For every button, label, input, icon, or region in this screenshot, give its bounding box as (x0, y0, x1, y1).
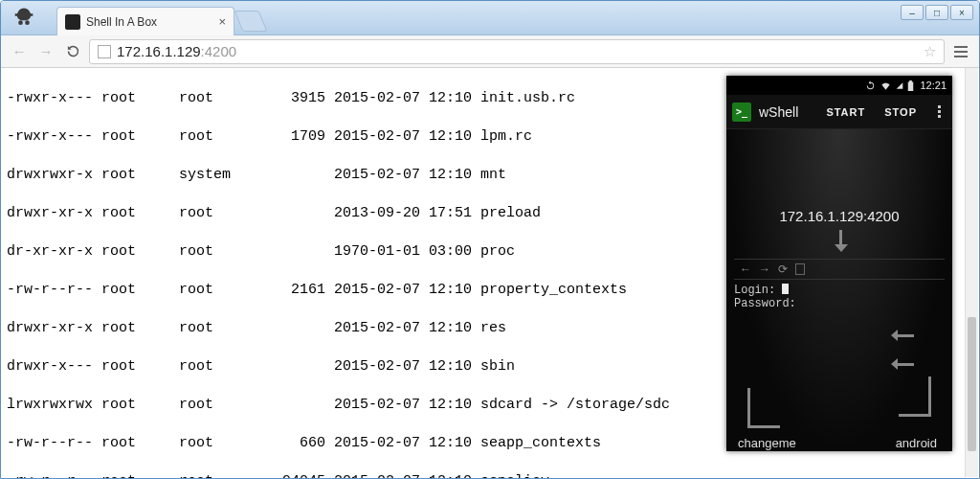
status-icons (865, 80, 914, 91)
mini-browser-toolbar: ← → ⟳ (734, 259, 945, 280)
sync-icon (865, 80, 876, 91)
url-host: 172.16.1.129 (117, 43, 201, 59)
chrome-menu-button[interactable] (950, 41, 971, 62)
android-body: 172.16.1.129:4200 ← → ⟳ Login: Password:… (726, 129, 952, 451)
arrow-left-icon (897, 363, 914, 366)
new-tab-button[interactable] (234, 11, 268, 32)
maximize-button[interactable]: □ (925, 5, 948, 20)
minimize-button[interactable]: – (901, 5, 924, 20)
page-icon (98, 45, 111, 58)
login-cursor-icon (782, 284, 789, 294)
arrow-left-icon (897, 334, 914, 337)
android-statusbar: 12:21 (726, 76, 952, 95)
browser-tab[interactable]: Shell In A Box × (56, 7, 234, 35)
username-hint: changeme (738, 436, 796, 450)
mini-reload-button[interactable]: ⟳ (778, 262, 788, 276)
tab-close-button[interactable]: × (218, 14, 226, 29)
incognito-icon (11, 5, 37, 32)
window-controls: – □ × (901, 5, 973, 20)
browser-window: Shell In A Box × – □ × ← → 172.16.1.129:… (0, 0, 980, 479)
wshell-app-icon (732, 103, 751, 122)
server-address-label: 172.16.1.129:4200 (734, 208, 945, 224)
overflow-menu-button[interactable] (932, 102, 947, 122)
url-port: :4200 (201, 43, 237, 59)
android-screenshot: 12:21 wShell START STOP 172.16.1.129:420… (726, 76, 952, 451)
stop-button[interactable]: STOP (879, 103, 923, 122)
scrollbar-thumb[interactable] (968, 317, 976, 451)
mini-forward-button[interactable]: → (759, 262, 770, 276)
bracket-icon (747, 388, 780, 428)
vertical-scrollbar[interactable] (965, 68, 978, 477)
app-title: wShell (759, 104, 798, 120)
tab-favicon-icon (65, 14, 80, 30)
password-hint: android (896, 436, 937, 450)
close-window-button[interactable]: × (950, 5, 973, 20)
bookmark-star-icon[interactable]: ☆ (924, 43, 936, 60)
start-button[interactable]: START (820, 103, 871, 122)
password-label: Password: (734, 297, 796, 310)
nav-toolbar: ← → 172.16.1.129:4200 ☆ (1, 35, 979, 68)
forward-button[interactable]: → (35, 41, 56, 62)
login-prompt-area: Login: Password: (734, 284, 945, 310)
mini-back-button[interactable]: ← (740, 262, 751, 276)
reload-button[interactable] (62, 41, 83, 62)
titlebar: Shell In A Box × – □ × (1, 1, 979, 35)
status-time: 12:21 (920, 80, 947, 91)
battery-icon (907, 80, 914, 91)
ls-row: -rw-r--r-- root root 94045 2015-02-07 12… (7, 472, 973, 478)
arrow-down-icon (839, 230, 853, 249)
wifi-icon (880, 80, 892, 91)
bracket-icon (899, 376, 931, 417)
tab-title: Shell In A Box (86, 15, 157, 29)
login-label: Login: (734, 284, 782, 297)
android-appbar: wShell START STOP (726, 95, 952, 129)
address-bar[interactable]: 172.16.1.129:4200 ☆ (89, 39, 945, 64)
mini-page-icon (795, 263, 805, 275)
back-button[interactable]: ← (9, 41, 30, 62)
signal-icon (896, 80, 903, 91)
